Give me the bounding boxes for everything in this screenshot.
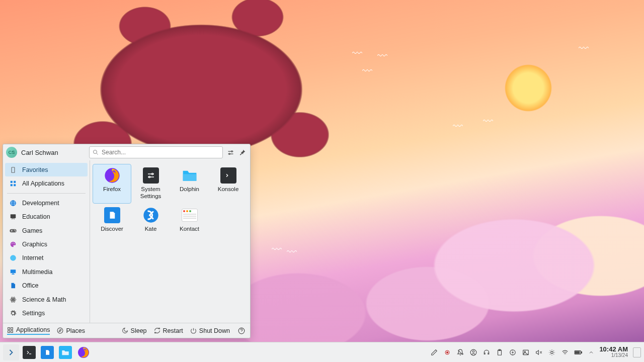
- sidebar-item-development[interactable]: Development: [5, 196, 88, 210]
- launcher-header: CS Carl Schwan: [3, 144, 250, 160]
- apps-icon: [7, 327, 14, 333]
- system-tray: [430, 348, 595, 356]
- sidebar-item-science-math[interactable]: Science & Math: [5, 293, 88, 306]
- sidebar-item-all-applications[interactable]: All Applications: [5, 176, 88, 190]
- sidebar-item-graphics[interactable]: Graphics: [5, 237, 88, 251]
- discover-icon: [104, 207, 120, 223]
- folder-icon: [182, 167, 198, 184]
- app-konsole[interactable]: Konsole: [209, 164, 247, 203]
- sidebar-item-favorites[interactable]: Favorites: [5, 163, 88, 176]
- app-kate[interactable]: Kate: [132, 204, 170, 240]
- avatar[interactable]: CS: [6, 147, 17, 158]
- app-label: Discover: [101, 225, 123, 232]
- tray-clipboard-icon[interactable]: [496, 348, 504, 356]
- sidebar-item-multimedia[interactable]: Multimedia: [5, 265, 88, 279]
- tray-bell-off-icon[interactable]: [456, 348, 464, 356]
- app-kontact[interactable]: Kontact: [171, 204, 208, 240]
- clock[interactable]: 10:42 AM 1/13/24: [599, 346, 628, 358]
- search-field[interactable]: [102, 149, 219, 156]
- svg-rect-49: [576, 351, 580, 353]
- taskbar-app-terminal[interactable]: [21, 344, 37, 360]
- launcher-button[interactable]: [3, 344, 19, 360]
- tray-user-circle-icon[interactable]: [469, 348, 477, 356]
- search-icon: [93, 149, 99, 155]
- atom-icon: [9, 296, 17, 304]
- tray-wifi-icon[interactable]: [561, 348, 569, 356]
- app-dolphin[interactable]: Dolphin: [171, 164, 208, 203]
- show-desktop-button[interactable]: [633, 347, 641, 357]
- app-label: System Settings: [133, 186, 169, 200]
- footer-tab-places[interactable]: Places: [57, 326, 85, 335]
- app-discover[interactable]: Discover: [93, 204, 131, 240]
- svg-rect-30: [11, 327, 13, 329]
- sidebar-item-games[interactable]: Games: [5, 224, 88, 237]
- bookmark-icon: [9, 166, 17, 174]
- sidebar-item-label: Office: [22, 282, 38, 289]
- svg-point-15: [14, 243, 15, 244]
- power-label: Sleep: [131, 327, 147, 334]
- svg-rect-9: [11, 214, 16, 218]
- board-icon: [9, 213, 17, 221]
- svg-rect-4: [11, 181, 13, 183]
- svg-point-26: [148, 176, 150, 178]
- svg-point-39: [473, 350, 475, 352]
- svg-point-46: [551, 351, 553, 353]
- sidebar-item-label: Graphics: [22, 241, 47, 248]
- taskbar-app-firefox[interactable]: [75, 344, 92, 360]
- sidebar-item-label: Games: [22, 227, 42, 234]
- configure-icon[interactable]: [226, 148, 235, 157]
- sidebar-item-label: All Applications: [22, 180, 64, 187]
- launcher-footer: ApplicationsPlaces SleepRestartShut Down: [3, 323, 250, 338]
- grid-icon: [9, 179, 17, 188]
- help-icon[interactable]: [237, 326, 246, 335]
- footer-tab-label: Applications: [16, 326, 50, 333]
- power-restart[interactable]: Restart: [154, 327, 183, 334]
- moon-icon: [122, 327, 128, 334]
- tray-disc-icon[interactable]: [509, 348, 517, 356]
- taskbar-app-discover[interactable]: [39, 344, 55, 360]
- footer-tab-applications[interactable]: Applications: [7, 326, 50, 335]
- gear-icon: [9, 309, 17, 317]
- app-firefox[interactable]: Firefox: [93, 164, 131, 203]
- tray-record-icon[interactable]: [443, 348, 451, 356]
- kate-icon: [143, 207, 159, 223]
- sidebar-item-settings[interactable]: Settings: [5, 307, 88, 320]
- app-system-settings[interactable]: System Settings: [132, 164, 170, 203]
- tray-headset-icon[interactable]: [482, 348, 491, 356]
- svg-point-2: [228, 153, 230, 154]
- svg-point-1: [231, 150, 232, 152]
- sidebar-item-label: Internet: [22, 254, 43, 261]
- monitor-icon: [9, 268, 17, 276]
- app-grid: FirefoxSystem SettingsDolphinKonsoleDisc…: [93, 164, 247, 240]
- app-grid-area: FirefoxSystem SettingsDolphinKonsoleDisc…: [90, 160, 250, 323]
- sidebar-item-label: Education: [22, 213, 50, 220]
- app-label: Firefox: [103, 186, 121, 193]
- pin-icon[interactable]: [238, 148, 247, 157]
- search-input[interactable]: [89, 146, 223, 158]
- taskbar-app-dolphin[interactable]: [57, 344, 73, 360]
- tray-pen-icon[interactable]: [430, 348, 438, 356]
- svg-rect-32: [11, 330, 13, 332]
- tray-battery-icon[interactable]: [574, 348, 582, 356]
- sidebar-item-label: Development: [22, 200, 59, 207]
- sidebar-item-internet[interactable]: Internet: [5, 251, 88, 265]
- app-launcher: CS Carl Schwan FavoritesAll Applications…: [3, 144, 251, 338]
- svg-rect-31: [8, 330, 10, 332]
- kontact-icon: [182, 207, 198, 223]
- svg-rect-5: [14, 181, 16, 183]
- sidebar-item-label: Favorites: [22, 166, 48, 173]
- svg-point-43: [512, 351, 513, 352]
- sidebar-item-education[interactable]: Education: [5, 210, 88, 223]
- power-shut-down[interactable]: Shut Down: [190, 327, 230, 334]
- power-sleep[interactable]: Sleep: [122, 327, 147, 334]
- svg-rect-19: [12, 274, 15, 275]
- svg-point-33: [57, 328, 63, 333]
- svg-point-12: [15, 230, 16, 231]
- tray-brightness-icon[interactable]: [548, 348, 556, 356]
- terminal-icon: [220, 167, 236, 184]
- app-label: Dolphin: [180, 186, 199, 193]
- tray-vol-mute-icon[interactable]: [535, 348, 543, 356]
- tray-image-icon[interactable]: [522, 348, 530, 356]
- tray-chevron-up-icon[interactable]: [587, 348, 595, 356]
- sidebar-item-office[interactable]: Office: [5, 279, 88, 293]
